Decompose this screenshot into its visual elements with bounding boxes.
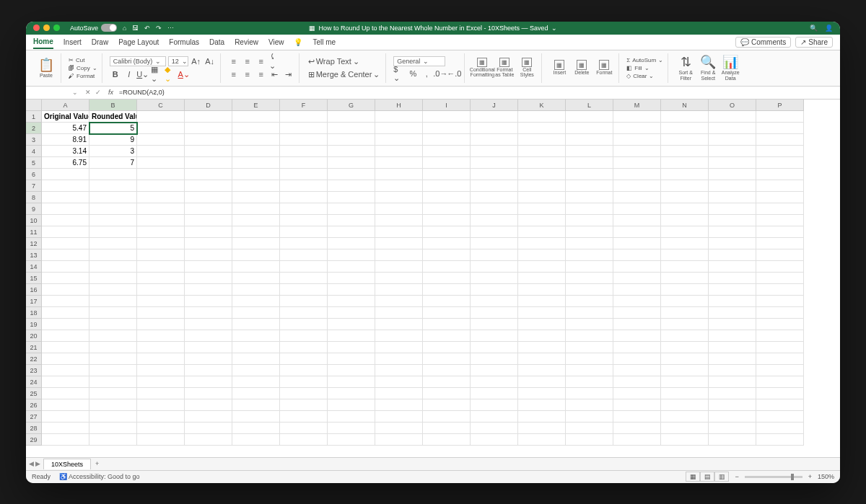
home-icon[interactable]: ⌂ xyxy=(123,25,126,32)
paste-button[interactable]: 📋Paste xyxy=(36,58,56,78)
cell[interactable] xyxy=(709,411,756,423)
cell[interactable] xyxy=(756,134,804,146)
cell[interactable] xyxy=(137,192,185,203)
sort-filter-button[interactable]: ⇅Sort & Filter xyxy=(675,58,696,78)
cell[interactable] xyxy=(137,434,185,446)
cell[interactable] xyxy=(185,203,232,215)
cell[interactable] xyxy=(375,365,423,376)
cell[interactable] xyxy=(185,180,232,192)
row-header[interactable]: 2 xyxy=(26,123,42,134)
cell[interactable] xyxy=(137,296,185,307)
cell[interactable] xyxy=(709,296,756,307)
cell[interactable] xyxy=(661,411,709,423)
align-middle-icon[interactable]: ≡ xyxy=(242,56,253,67)
cell[interactable] xyxy=(185,273,232,284)
cell[interactable] xyxy=(613,411,661,423)
cell[interactable] xyxy=(375,157,423,169)
cell[interactable] xyxy=(89,365,137,376)
sheet-next-icon[interactable]: ▶ xyxy=(35,460,40,467)
cell[interactable] xyxy=(471,399,518,411)
name-box-chevron-icon[interactable]: ⌄ xyxy=(69,89,81,96)
column-header[interactable]: A xyxy=(42,100,89,111)
cell[interactable] xyxy=(518,296,566,307)
cell[interactable] xyxy=(709,134,756,146)
normal-view-icon[interactable]: ▦ xyxy=(686,472,700,482)
cell[interactable] xyxy=(185,284,232,296)
cell[interactable] xyxy=(328,238,375,249)
row-header[interactable]: 3 xyxy=(26,134,42,146)
cell[interactable] xyxy=(566,388,613,399)
cell[interactable] xyxy=(280,434,328,446)
cell[interactable] xyxy=(89,169,137,180)
cell[interactable] xyxy=(328,342,375,353)
cell[interactable] xyxy=(566,111,613,123)
cell[interactable] xyxy=(185,411,232,423)
cell[interactable] xyxy=(185,169,232,180)
cell[interactable] xyxy=(89,434,137,446)
cell[interactable] xyxy=(709,376,756,388)
cell[interactable] xyxy=(423,134,471,146)
cell[interactable] xyxy=(423,180,471,192)
autosum-icon[interactable]: Σ xyxy=(626,57,630,63)
cell[interactable] xyxy=(185,388,232,399)
cell[interactable] xyxy=(137,307,185,319)
cell[interactable] xyxy=(661,399,709,411)
accessibility-status[interactable]: ♿ Accessibility: Good to go xyxy=(59,473,140,480)
cell[interactable] xyxy=(137,273,185,284)
cell[interactable] xyxy=(756,215,804,226)
row-header[interactable]: 13 xyxy=(26,249,42,261)
cell[interactable]: 5 xyxy=(89,123,137,134)
cell[interactable] xyxy=(280,169,328,180)
cell[interactable] xyxy=(89,388,137,399)
cell[interactable] xyxy=(137,111,185,123)
cell[interactable] xyxy=(89,180,137,192)
cell[interactable] xyxy=(328,261,375,273)
cell[interactable] xyxy=(756,353,804,365)
cell[interactable] xyxy=(185,296,232,307)
tab-home[interactable]: Home xyxy=(33,35,53,49)
cell[interactable] xyxy=(280,307,328,319)
row-header[interactable]: 19 xyxy=(26,319,42,330)
cell[interactable] xyxy=(709,342,756,353)
cell[interactable] xyxy=(613,180,661,192)
cell[interactable] xyxy=(89,319,137,330)
cell[interactable] xyxy=(42,284,89,296)
cell[interactable] xyxy=(423,169,471,180)
cell[interactable] xyxy=(518,434,566,446)
cell[interactable] xyxy=(42,399,89,411)
cell[interactable] xyxy=(661,192,709,203)
cell[interactable] xyxy=(137,399,185,411)
cell[interactable] xyxy=(661,111,709,123)
cell[interactable] xyxy=(232,376,280,388)
cell[interactable] xyxy=(518,353,566,365)
cell[interactable] xyxy=(613,399,661,411)
cell[interactable] xyxy=(185,353,232,365)
cell[interactable] xyxy=(328,434,375,446)
row-header[interactable]: 15 xyxy=(26,273,42,284)
cell[interactable] xyxy=(756,273,804,284)
cell[interactable] xyxy=(613,249,661,261)
cell[interactable] xyxy=(137,319,185,330)
cell[interactable] xyxy=(375,261,423,273)
cell[interactable] xyxy=(661,342,709,353)
cell[interactable] xyxy=(566,180,613,192)
cell[interactable] xyxy=(471,134,518,146)
copy-icon[interactable]: 🗐 xyxy=(69,65,74,71)
cell[interactable] xyxy=(471,249,518,261)
cell[interactable] xyxy=(518,203,566,215)
cell[interactable] xyxy=(566,134,613,146)
formula-input[interactable]: =ROUND(A2,0) xyxy=(116,89,840,96)
cell[interactable] xyxy=(137,376,185,388)
cell[interactable] xyxy=(709,249,756,261)
cell[interactable] xyxy=(709,399,756,411)
cut-icon[interactable]: ✂ xyxy=(69,57,74,63)
cell[interactable] xyxy=(328,203,375,215)
cell[interactable] xyxy=(232,353,280,365)
sheet-tab[interactable]: 10XSheets xyxy=(43,459,91,469)
cell[interactable] xyxy=(518,123,566,134)
currency-icon[interactable]: $ ⌄ xyxy=(393,68,405,79)
cell[interactable] xyxy=(423,226,471,238)
cell[interactable] xyxy=(280,342,328,353)
cell[interactable] xyxy=(518,111,566,123)
cell[interactable] xyxy=(280,399,328,411)
